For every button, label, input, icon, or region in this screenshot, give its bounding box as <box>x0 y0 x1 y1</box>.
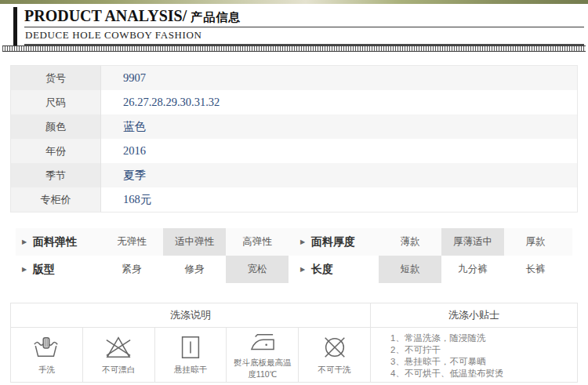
triangle-bullet-icon: ▶ <box>16 256 33 283</box>
care-symbol-cell: 不可干洗 <box>299 328 371 382</box>
attribute-label: 面料厚度 <box>311 235 379 249</box>
page-title-en: PRODUCT ANALYSIS/ <box>24 7 187 24</box>
row-label: 货号 <box>11 66 101 90</box>
attribute-option: 修身 <box>163 256 226 283</box>
washing-header: 洗涤说明 洗涤小贴士 <box>11 303 577 328</box>
triangle-bullet-icon: ▶ <box>294 228 311 256</box>
page-subtitle: DEDUCE HOLE COWBOY FASHION <box>24 27 584 45</box>
attribute-label: 版型 <box>33 263 100 277</box>
washing-tips-list: 1、常温洗涤，随浸随洗 2、不可拧干 3、悬挂晾干，不可暴晒 4、不可烘干、低温… <box>371 328 577 382</box>
triangle-bullet-icon: ▶ <box>16 228 33 256</box>
care-symbol-cell: 手洗 <box>11 328 83 382</box>
page-title: PRODUCT ANALYSIS/ 产品信息 <box>24 7 584 27</box>
row-label: 年份 <box>11 139 101 163</box>
table-row: 专柜价 168元 <box>11 187 577 212</box>
attribute-option: 高弹性 <box>226 228 289 256</box>
row-label: 季节 <box>11 163 101 187</box>
attribute-option: 适中弹性 <box>163 228 226 256</box>
triangle-bullet-icon: ▶ <box>294 256 311 283</box>
washing-body: 手洗 不可漂白 悬挂晾干 <box>11 328 577 382</box>
care-symbol-cell: 悬挂晾干 <box>155 328 227 382</box>
row-value: 9907 <box>101 66 577 90</box>
care-symbol-caption: 不可干洗 <box>318 364 351 375</box>
washing-instructions-title: 洗涤说明 <box>11 303 371 327</box>
hang-dry-icon <box>176 334 205 361</box>
washing-tips-title: 洗涤小贴士 <box>371 303 577 327</box>
row-label: 颜色 <box>11 114 101 139</box>
attribute-option: 无弹性 <box>100 228 163 256</box>
row-label: 专柜价 <box>11 187 101 212</box>
table-row: 颜色 蓝色 <box>11 114 577 139</box>
no-bleach-icon <box>103 334 133 361</box>
attribute-row-fabric-elasticity: ▶ 面料弹性 无弹性 适中弹性 高弹性 <box>16 228 294 256</box>
no-dry-clean-icon <box>320 334 350 361</box>
product-info-table: 货号 9907 尺码 26.27.28.29.30.31.32 颜色 蓝色 年份… <box>10 65 578 212</box>
row-value: 26.27.28.29.30.31.32 <box>101 90 577 114</box>
banner-bottom-strip <box>0 0 588 4</box>
attribute-row-length: ▶ 长度 短款 九分裤 长裤 <box>294 256 572 283</box>
washing-tip: 1、常温洗涤，随浸随洗 <box>390 332 571 344</box>
table-row: 尺码 26.27.28.29.30.31.32 <box>11 90 577 114</box>
attribute-option: 九分裤 <box>441 256 504 283</box>
attribute-row-fabric-thickness: ▶ 面料厚度 薄款 厚薄适中 厚款 <box>294 228 572 256</box>
row-value: 168元 <box>101 187 577 212</box>
table-row: 年份 2016 <box>11 139 577 163</box>
attribute-option: 长裤 <box>504 256 567 283</box>
washing-tip: 2、不可拧干 <box>390 344 571 356</box>
title-accent-bar <box>13 7 17 45</box>
attribute-option: 紧身 <box>100 256 163 283</box>
iron-max-110-icon <box>248 330 278 354</box>
attribute-option: 短款 <box>379 256 441 283</box>
hatch-divider <box>2 45 586 52</box>
washing-tip: 4、不可烘干、低温垫布熨烫 <box>390 368 571 380</box>
washing-section: 洗涤说明 洗涤小贴士 手洗 不可漂白 <box>10 303 578 383</box>
attribute-option: 薄款 <box>379 228 441 256</box>
care-symbol-cell: 不可漂白 <box>83 328 155 382</box>
row-value: 2016 <box>101 139 577 163</box>
attribute-rows: ▶ 面料弹性 无弹性 适中弹性 高弹性 ▶ 面料厚度 薄款 厚薄适中 厚款 ▶ … <box>16 228 572 283</box>
attribute-row-fit: ▶ 版型 紧身 修身 宽松 <box>16 256 294 283</box>
care-symbol-caption: 悬挂晾干 <box>174 364 207 375</box>
care-symbol-caption: 不可漂白 <box>102 364 135 375</box>
hand-wash-icon <box>31 334 61 361</box>
care-symbol-caption: 熨斗底板最高温度110℃ <box>230 357 295 379</box>
attribute-band: ▶ 面料弹性 无弹性 适中弹性 高弹性 ▶ 面料厚度 薄款 厚薄适中 厚款 <box>16 228 572 256</box>
care-symbol-caption: 手洗 <box>38 364 55 375</box>
table-row: 货号 9907 <box>11 66 577 90</box>
attribute-option: 厚款 <box>504 228 567 256</box>
attribute-label: 面料弹性 <box>33 235 100 249</box>
section-header: PRODUCT ANALYSIS/ 产品信息 DEDUCE HOLE COWBO… <box>13 7 584 45</box>
row-value: 夏季 <box>101 163 577 187</box>
row-label: 尺码 <box>11 90 101 114</box>
care-symbol-cell: 熨斗底板最高温度110℃ <box>227 328 299 382</box>
page-title-cn: 产品信息 <box>191 11 241 24</box>
table-row: 季节 夏季 <box>11 163 577 187</box>
washing-tip: 3、悬挂晾干，不可暴晒 <box>390 356 571 368</box>
attribute-label: 长度 <box>311 263 379 277</box>
attribute-option: 宽松 <box>226 256 289 283</box>
attribute-band: ▶ 版型 紧身 修身 宽松 ▶ 长度 短款 九分裤 长裤 <box>16 256 572 283</box>
row-value: 蓝色 <box>101 114 577 139</box>
product-analysis-page: PRODUCT ANALYSIS/ 产品信息 DEDUCE HOLE COWBO… <box>0 0 588 385</box>
attribute-option: 厚薄适中 <box>441 228 504 256</box>
